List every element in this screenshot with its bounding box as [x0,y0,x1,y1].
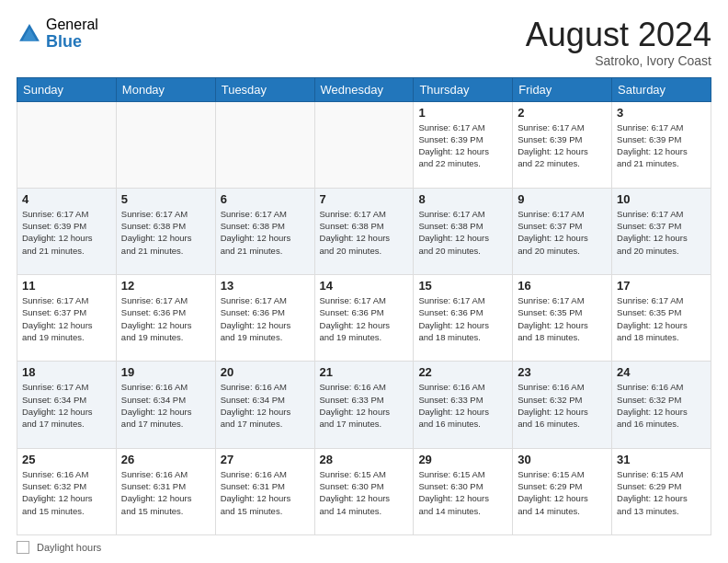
day-number: 20 [221,365,310,379]
table-row: 29Sunrise: 6:15 AM Sunset: 6:30 PM Dayli… [414,448,513,534]
table-row: 22Sunrise: 6:16 AM Sunset: 6:33 PM Dayli… [414,362,513,448]
day-number: 8 [418,192,507,206]
location-subtitle: Satroko, Ivory Coast [526,53,711,68]
calendar-week-row: 18Sunrise: 6:17 AM Sunset: 6:34 PM Dayli… [17,362,711,448]
table-row: 14Sunrise: 6:17 AM Sunset: 6:36 PM Dayli… [314,275,414,362]
day-info: Sunrise: 6:16 AM Sunset: 6:33 PM Dayligh… [320,381,409,430]
table-row: 9Sunrise: 6:17 AM Sunset: 6:37 PM Daylig… [513,188,612,274]
day-info: Sunrise: 6:17 AM Sunset: 6:37 PM Dayligh… [22,294,111,343]
day-info: Sunrise: 6:15 AM Sunset: 6:30 PM Dayligh… [418,468,507,517]
day-number: 23 [518,365,607,379]
col-sunday: Sunday [17,77,117,101]
day-number: 13 [221,279,310,293]
table-row: 6Sunrise: 6:17 AM Sunset: 6:38 PM Daylig… [215,188,314,274]
day-number: 24 [617,365,706,379]
day-info: Sunrise: 6:17 AM Sunset: 6:34 PM Dayligh… [22,381,111,430]
calendar-week-row: 1Sunrise: 6:17 AM Sunset: 6:39 PM Daylig… [17,101,711,188]
table-row: 10Sunrise: 6:17 AM Sunset: 6:37 PM Dayli… [612,188,711,274]
calendar-week-row: 11Sunrise: 6:17 AM Sunset: 6:37 PM Dayli… [17,275,711,362]
day-info: Sunrise: 6:17 AM Sunset: 6:39 PM Dayligh… [418,121,507,170]
col-friday: Friday [513,77,612,101]
day-info: Sunrise: 6:16 AM Sunset: 6:34 PM Dayligh… [221,381,310,430]
day-info: Sunrise: 6:17 AM Sunset: 6:37 PM Dayligh… [617,208,706,257]
logo: GeneralBlue [17,17,98,51]
day-number: 14 [320,279,409,293]
day-number: 17 [617,279,706,293]
month-title: August 2024 [526,17,711,53]
day-info: Sunrise: 6:17 AM Sunset: 6:35 PM Dayligh… [518,294,607,343]
day-info: Sunrise: 6:17 AM Sunset: 6:35 PM Dayligh… [617,294,706,343]
day-info: Sunrise: 6:16 AM Sunset: 6:32 PM Dayligh… [22,468,111,517]
table-row: 17Sunrise: 6:17 AM Sunset: 6:35 PM Dayli… [612,275,711,362]
day-number: 16 [518,279,607,293]
calendar-week-row: 4Sunrise: 6:17 AM Sunset: 6:39 PM Daylig… [17,188,711,274]
table-row: 19Sunrise: 6:16 AM Sunset: 6:34 PM Dayli… [116,362,215,448]
table-row: 11Sunrise: 6:17 AM Sunset: 6:37 PM Dayli… [17,275,117,362]
day-info: Sunrise: 6:17 AM Sunset: 6:39 PM Dayligh… [22,208,111,257]
table-row: 15Sunrise: 6:17 AM Sunset: 6:36 PM Dayli… [414,275,513,362]
day-info: Sunrise: 6:17 AM Sunset: 6:36 PM Dayligh… [121,294,210,343]
day-info: Sunrise: 6:17 AM Sunset: 6:36 PM Dayligh… [418,294,507,343]
table-row: 25Sunrise: 6:16 AM Sunset: 6:32 PM Dayli… [17,448,117,534]
table-row: 23Sunrise: 6:16 AM Sunset: 6:32 PM Dayli… [513,362,612,448]
day-number: 22 [418,365,507,379]
day-number: 19 [121,365,210,379]
calendar-header-row: Sunday Monday Tuesday Wednesday Thursday… [17,77,711,101]
day-number: 3 [617,106,706,120]
day-number: 21 [320,365,409,379]
day-number: 5 [121,192,210,206]
day-number: 25 [22,453,111,466]
table-row: 5Sunrise: 6:17 AM Sunset: 6:38 PM Daylig… [116,188,215,274]
day-info: Sunrise: 6:17 AM Sunset: 6:38 PM Dayligh… [221,208,310,257]
day-number: 7 [320,192,409,206]
table-row: 12Sunrise: 6:17 AM Sunset: 6:36 PM Dayli… [116,275,215,362]
col-monday: Monday [116,77,215,101]
col-saturday: Saturday [612,77,711,101]
day-number: 2 [518,106,607,120]
table-row [17,101,117,188]
day-info: Sunrise: 6:17 AM Sunset: 6:39 PM Dayligh… [518,121,607,170]
day-info: Sunrise: 6:16 AM Sunset: 6:32 PM Dayligh… [617,381,706,430]
day-info: Sunrise: 6:17 AM Sunset: 6:36 PM Dayligh… [221,294,310,343]
table-row: 2Sunrise: 6:17 AM Sunset: 6:39 PM Daylig… [513,101,612,188]
day-number: 6 [221,192,310,206]
day-number: 15 [418,279,507,293]
table-row: 31Sunrise: 6:15 AM Sunset: 6:29 PM Dayli… [612,448,711,534]
table-row: 21Sunrise: 6:16 AM Sunset: 6:33 PM Dayli… [314,362,414,448]
table-row: 13Sunrise: 6:17 AM Sunset: 6:36 PM Dayli… [215,275,314,362]
table-row: 8Sunrise: 6:17 AM Sunset: 6:38 PM Daylig… [414,188,513,274]
day-number: 18 [22,365,111,379]
table-row: 3Sunrise: 6:17 AM Sunset: 6:39 PM Daylig… [612,101,711,188]
table-row [116,101,215,188]
day-info: Sunrise: 6:16 AM Sunset: 6:31 PM Dayligh… [221,468,310,517]
title-block: August 2024 Satroko, Ivory Coast [526,17,711,68]
logo-text: GeneralBlue [46,17,98,51]
day-info: Sunrise: 6:17 AM Sunset: 6:39 PM Dayligh… [617,121,706,170]
table-row: 20Sunrise: 6:16 AM Sunset: 6:34 PM Dayli… [215,362,314,448]
header: GeneralBlue August 2024 Satroko, Ivory C… [17,17,711,68]
table-row: 26Sunrise: 6:16 AM Sunset: 6:31 PM Dayli… [116,448,215,534]
table-row [314,101,414,188]
day-number: 31 [617,453,706,466]
table-row: 4Sunrise: 6:17 AM Sunset: 6:39 PM Daylig… [17,188,117,274]
col-wednesday: Wednesday [314,77,414,101]
table-row: 16Sunrise: 6:17 AM Sunset: 6:35 PM Dayli… [513,275,612,362]
table-row: 7Sunrise: 6:17 AM Sunset: 6:38 PM Daylig… [314,188,414,274]
day-number: 29 [418,453,507,466]
table-row: 28Sunrise: 6:15 AM Sunset: 6:30 PM Dayli… [314,448,414,534]
day-info: Sunrise: 6:17 AM Sunset: 6:38 PM Dayligh… [418,208,507,257]
table-row: 1Sunrise: 6:17 AM Sunset: 6:39 PM Daylig… [414,101,513,188]
day-info: Sunrise: 6:16 AM Sunset: 6:34 PM Dayligh… [121,381,210,430]
page: GeneralBlue August 2024 Satroko, Ivory C… [0,0,728,563]
footer-box [17,541,29,554]
table-row: 30Sunrise: 6:15 AM Sunset: 6:29 PM Dayli… [513,448,612,534]
logo-general: General [46,17,98,33]
day-info: Sunrise: 6:17 AM Sunset: 6:37 PM Dayligh… [518,208,607,257]
day-number: 12 [121,279,210,293]
calendar-week-row: 25Sunrise: 6:16 AM Sunset: 6:32 PM Dayli… [17,448,711,534]
table-row [215,101,314,188]
day-number: 28 [320,453,409,466]
day-number: 11 [22,279,111,293]
day-number: 26 [121,453,210,466]
day-info: Sunrise: 6:17 AM Sunset: 6:38 PM Dayligh… [320,208,409,257]
